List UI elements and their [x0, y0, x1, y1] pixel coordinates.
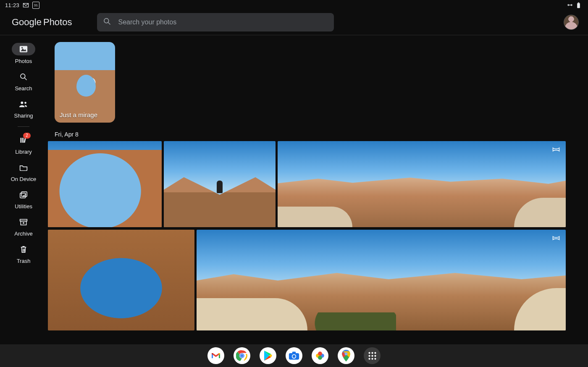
svg-marker-22 [213, 353, 219, 357]
svg-rect-1 [578, 2, 579, 3]
nav-item-sharing[interactable]: Sharing [0, 98, 47, 119]
photo-thumbnail[interactable] [48, 230, 194, 330]
nav-label: Photos [15, 58, 32, 64]
svg-point-41 [345, 352, 348, 355]
svg-point-36 [293, 355, 296, 358]
dock-maps-icon[interactable] [338, 347, 354, 364]
svg-point-7 [21, 74, 25, 79]
folder-icon [15, 162, 32, 173]
svg-point-6 [21, 47, 23, 48]
panorama-icon [552, 146, 560, 151]
photo-thumbnail[interactable] [164, 141, 276, 227]
svg-point-28 [241, 354, 244, 357]
dock-gmail-icon[interactable] [207, 347, 224, 364]
status-time: 11:23 [5, 2, 19, 8]
photos-icon [12, 43, 35, 55]
svg-rect-34 [292, 351, 296, 353]
account-avatar[interactable] [564, 15, 579, 30]
svg-rect-0 [577, 3, 580, 8]
nav-item-utilities[interactable]: Utilities [0, 189, 47, 210]
nav-label: Sharing [14, 113, 33, 119]
search-icon [103, 17, 111, 27]
date-header: Fri, Apr 8 [55, 131, 588, 138]
nav-label: Archive [14, 231, 32, 237]
memory-card[interactable]: Just a mirage [55, 42, 115, 123]
svg-line-8 [25, 78, 27, 80]
nav-label: Utilities [15, 203, 32, 210]
svg-point-2 [104, 18, 109, 23]
nav-item-trash[interactable]: Trash [0, 244, 47, 264]
dock-camera-icon[interactable] [286, 347, 302, 364]
gmail-notification-icon [23, 3, 29, 8]
photo-grid [48, 141, 588, 330]
nav-item-photos[interactable]: Photos [0, 43, 47, 64]
library-badge: 2 [23, 133, 31, 139]
logo-photos-label: Photos [43, 17, 72, 28]
photo-thumbnail[interactable] [197, 230, 566, 330]
nav-label: On Device [11, 176, 37, 182]
photo-thumbnail[interactable] [48, 141, 162, 227]
search-icon [15, 71, 32, 83]
nav-item-archive[interactable]: Archive [0, 216, 47, 237]
calendar-notification-icon: 31 [32, 2, 39, 9]
svg-point-39 [318, 351, 322, 356]
nav-item-ondevice[interactable]: On Device [0, 162, 47, 182]
android-status-bar: 11:23 31 [0, 0, 588, 9]
app-logo[interactable]: Google Photos [12, 17, 72, 28]
nav-divider [18, 126, 29, 127]
battery-icon [577, 2, 580, 8]
utilities-icon [15, 189, 32, 201]
taskbar [0, 344, 588, 367]
calendar-day-label: 31 [34, 3, 38, 7]
logo-google-label: Google [12, 17, 42, 28]
nav-item-library[interactable]: 2 Library [0, 134, 47, 155]
memory-title: Just a mirage [60, 111, 97, 118]
dock-play-store-icon[interactable] [260, 347, 276, 364]
search-input[interactable] [117, 18, 328, 26]
app-header: Google Photos [0, 9, 588, 35]
nav-label: Trash [17, 258, 31, 264]
svg-rect-4 [20, 46, 27, 52]
nav-label: Search [15, 85, 32, 92]
people-icon [15, 98, 32, 110]
nav-item-search[interactable]: Search [0, 71, 47, 92]
svg-rect-11 [21, 138, 22, 143]
dock-chrome-icon[interactable] [234, 347, 250, 364]
dock-photos-icon[interactable] [312, 347, 328, 364]
svg-point-10 [24, 102, 26, 104]
dock-all-apps-icon[interactable] [364, 347, 381, 364]
library-icon: 2 [15, 134, 32, 146]
svg-line-3 [108, 22, 110, 24]
svg-rect-12 [22, 138, 24, 143]
main-content: Just a mirage Fri, Apr 8 [47, 35, 588, 345]
search-bar[interactable] [97, 13, 334, 31]
trash-icon [15, 244, 32, 255]
rotate-icon [567, 3, 573, 8]
svg-point-40 [318, 356, 322, 360]
nav-rail: Photos Search Sharing 2 Library [0, 35, 47, 345]
nav-label: Library [15, 149, 32, 155]
photo-thumbnail[interactable] [278, 141, 566, 227]
svg-point-9 [21, 102, 23, 104]
panorama-icon [552, 235, 560, 240]
archive-icon [15, 216, 32, 228]
